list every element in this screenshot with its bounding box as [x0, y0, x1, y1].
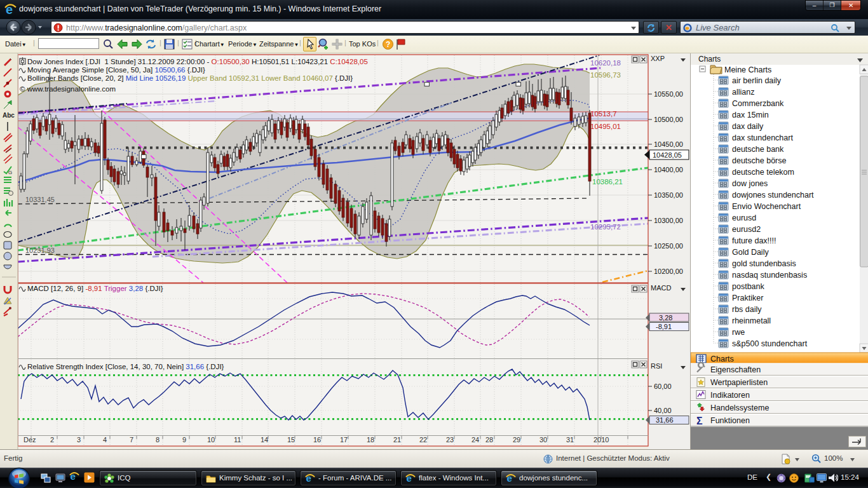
svg-text:deutsche börse: deutsche börse	[732, 156, 787, 165]
svg-text:7: 7	[130, 436, 133, 444]
svg-text:14: 14	[261, 436, 268, 444]
svg-text:10513,7: 10513,7	[590, 110, 617, 118]
svg-text:22: 22	[419, 436, 427, 444]
svg-text:10400,00: 10400,00	[654, 166, 683, 173]
svg-text:postbank: postbank	[732, 282, 764, 291]
svg-text:rwe: rwe	[732, 328, 745, 337]
svg-text:2: 2	[50, 436, 54, 444]
svg-text:G: G	[8, 170, 12, 175]
svg-text:21: 21	[393, 436, 401, 444]
svg-text:16: 16	[313, 436, 321, 444]
svg-text:15: 15	[287, 436, 295, 444]
svg-text:17: 17	[340, 436, 348, 444]
svg-text:gold stundenbasis: gold stundenbasis	[732, 259, 796, 268]
svg-text:Envio Wochenchart: Envio Wochenchart	[732, 202, 801, 211]
svg-text:Abc: Abc	[3, 112, 15, 119]
svg-text:31: 31	[566, 436, 574, 444]
svg-text:10350,00: 10350,00	[654, 191, 683, 199]
svg-text:10295,72: 10295,72	[590, 223, 621, 231]
svg-text:24: 24	[471, 436, 479, 444]
svg-text:4: 4	[103, 436, 107, 444]
svg-text:10596,73: 10596,73	[590, 71, 621, 79]
svg-text:10: 10	[207, 436, 215, 444]
svg-text:10331,45: 10331,45	[25, 196, 55, 203]
svg-text:future dax!!!!: future dax!!!!	[732, 236, 776, 245]
svg-text:Moving Average Simple [Close,: Moving Average Simple [Close, 50, Ja] 10…	[27, 66, 205, 74]
svg-text:Funktionen: Funktionen	[710, 416, 750, 425]
svg-text:31,66: 31,66	[656, 416, 674, 424]
svg-text:18: 18	[367, 436, 374, 444]
svg-text:Relative Strength Index [Close: Relative Strength Index [Close, 14, 30, …	[27, 363, 224, 370]
svg-text:Charts: Charts	[698, 55, 721, 64]
svg-text:MACD [12, 26, 9] -8,91 Trigger: MACD [12, 26, 9] -8,91 Trigger 3,28 {.DJ…	[27, 285, 163, 292]
svg-text:dax daily: dax daily	[732, 122, 764, 131]
svg-text:rbs daily: rbs daily	[732, 305, 762, 314]
svg-text:Wertpapierlisten: Wertpapierlisten	[710, 378, 768, 387]
svg-text:deutsche telekom: deutsche telekom	[732, 168, 794, 177]
svg-text:dow jones: dow jones	[732, 179, 768, 188]
svg-text:10231,93: 10231,93	[25, 247, 55, 254]
svg-text:10500,00: 10500,00	[654, 116, 683, 123]
svg-text:dax 15min: dax 15min	[732, 111, 769, 119]
svg-text:Dow Jones Index [.DJI 1 Stund: Dow Jones Index [.DJI 1 Stunde] 31.12.20…	[27, 58, 368, 65]
svg-text:RSI: RSI	[651, 362, 662, 370]
svg-text:Gold Daily: Gold Daily	[732, 248, 769, 257]
svg-text:10250,00: 10250,00	[654, 242, 683, 250]
svg-text:23: 23	[446, 436, 454, 444]
svg-text:Charts: Charts	[710, 355, 734, 363]
svg-text:10550,00: 10550,00	[654, 90, 683, 98]
svg-text:Praktiker: Praktiker	[732, 294, 763, 302]
svg-text:28: 28	[485, 436, 493, 444]
svg-text:dax stundenchart: dax stundenchart	[732, 133, 793, 142]
svg-text:10428,05: 10428,05	[653, 151, 682, 159]
svg-text:deutsche bank: deutsche bank	[732, 145, 784, 154]
svg-text:Commerzbank: Commerzbank	[732, 99, 784, 108]
svg-text:10495,01: 10495,01	[590, 123, 621, 130]
svg-text:40,00: 40,00	[654, 407, 672, 414]
svg-text:Handelssysteme: Handelssysteme	[710, 403, 769, 412]
svg-text:eurusd2: eurusd2	[732, 225, 761, 234]
svg-text:29: 29	[513, 436, 520, 444]
svg-text:-8,91: -8,91	[656, 323, 672, 330]
svg-text:XXP: XXP	[651, 55, 665, 62]
svg-text:10386,21: 10386,21	[592, 178, 623, 186]
svg-text:dowjones stundenchart: dowjones stundenchart	[732, 191, 814, 200]
svg-text:s&p500 stundenchart: s&p500 stundenchart	[732, 339, 808, 348]
svg-text:Meine Charts: Meine Charts	[724, 65, 771, 74]
svg-text:nasdaq stundenbasis: nasdaq stundenbasis	[732, 271, 807, 280]
svg-text:30: 30	[539, 436, 547, 444]
svg-text:Eigenschaften: Eigenschaften	[710, 365, 761, 374]
svg-text:10200,00: 10200,00	[654, 268, 683, 275]
svg-text:8: 8	[156, 436, 159, 444]
svg-text:allianz: allianz	[732, 88, 754, 97]
svg-text:© www.tradesignalonline.com: © www.tradesignalonline.com	[20, 85, 116, 93]
svg-text:3,28: 3,28	[659, 314, 672, 322]
svg-text:Dez: Dez	[24, 436, 36, 444]
svg-text:11: 11	[234, 436, 241, 444]
svg-text:10300,00: 10300,00	[654, 217, 683, 224]
svg-text:Σ: Σ	[696, 416, 703, 426]
svg-text:3: 3	[77, 436, 81, 444]
svg-text:air berlin daily: air berlin daily	[732, 76, 782, 85]
svg-text:10620,18: 10620,18	[590, 59, 621, 67]
svg-text:10450,00: 10450,00	[654, 140, 683, 148]
svg-text:Indikatoren: Indikatoren	[710, 391, 750, 400]
svg-text:Bollinger Bands [Close, 20, 2]: Bollinger Bands [Close, 20, 2] Mid Line …	[27, 74, 353, 82]
svg-text:9: 9	[182, 436, 186, 444]
svg-text:MACD: MACD	[651, 284, 671, 292]
svg-text:?: ?	[386, 40, 390, 49]
svg-text:eurusd: eurusd	[732, 214, 756, 222]
svg-text:60,00: 60,00	[654, 383, 672, 390]
svg-text:rheinmetall: rheinmetall	[732, 316, 771, 325]
